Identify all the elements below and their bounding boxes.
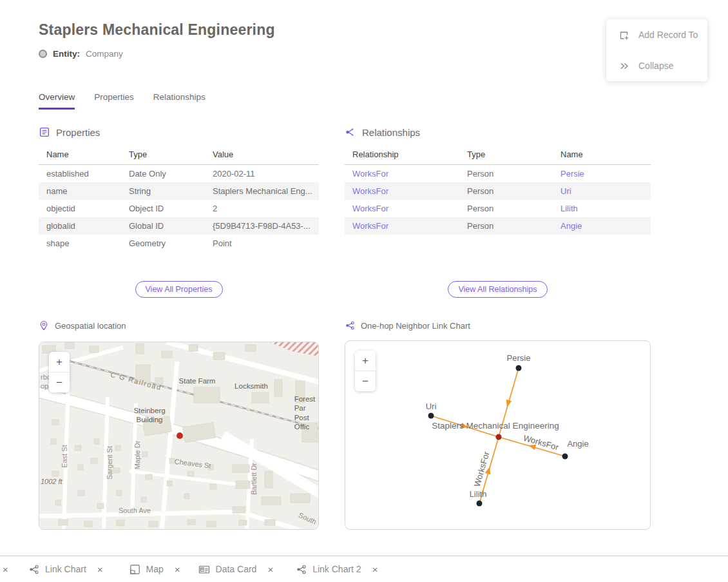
entity-type-dot-icon [39,50,47,58]
workspace-tab-link-chart-2[interactable]: Link Chart 2 × [296,564,378,575]
node-lilith[interactable] [477,501,483,507]
properties-section: Properties Name Type Value established D… [39,126,319,252]
node-label-lilith: Lilith [470,489,487,499]
context-menu: Add Record To Collapse [606,19,707,81]
cell-name: globalid [39,217,129,235]
data-card-icon [198,564,210,575]
tab-close-icon[interactable]: × [372,564,378,575]
properties-section-header: Properties [39,126,319,138]
relationships-table-header: Relationship Type Name [345,144,651,165]
link-chart-section-header: One-hop Neighbor Link Chart [345,320,470,331]
map-canvas[interactable]: rbour opaedics C G Railroad State Farm L… [39,342,319,530]
relationships-section-title: Relationships [362,127,420,138]
node-label-center-company: Staplers Mechanical Engineering [432,421,559,431]
table-row: globalid Global ID {5D9B4713-F98D-4A53-.… [39,217,319,235]
cell-name: established [39,165,129,183]
link-chart-zoom-in-button[interactable]: + [355,351,376,371]
node-uri[interactable] [428,413,434,419]
add-record-icon [618,30,629,41]
cell-name: objectid [39,200,129,217]
workspace-tab-bar: × Link Chart × Map × [0,556,728,582]
properties-form-icon [39,126,50,138]
entity-link[interactable]: Lilith [560,200,651,217]
cell-type: Geometry [129,235,213,252]
cell-value: 2 [213,200,319,217]
link-chart-zoom-control: + − [355,351,376,391]
table-row: WorksFor Person Angie [345,217,651,235]
menu-item-label: Add Record To [638,30,698,40]
tab-label: Link Chart 2 [312,564,361,574]
tab-overview[interactable]: Overview [39,92,75,110]
relationship-link[interactable]: WorksFor [345,200,467,217]
link-chart-canvas[interactable]: WorksFor WorksFor Persie Uri Staplers Me… [345,340,651,530]
map-zoom-control: + − [49,352,70,393]
link-chart-icon [28,564,39,575]
cell-type: String [129,182,213,200]
cell-value: Point [213,235,319,252]
table-row: WorksFor Person Uri [345,182,651,200]
relationships-section: Relationships Relationship Type Name Wor… [345,126,651,235]
map-zoom-in-button[interactable]: + [49,352,70,372]
view-all-relationships-button[interactable]: View All Relationships [448,281,547,298]
table-row: name String Staplers Mechanical Eng... [39,182,319,200]
relationships-icon [345,126,356,138]
map-pin-icon [39,320,49,331]
cell-name: shape [39,235,129,252]
geospatial-section-title: Geospatial location [55,321,126,331]
properties-table-header: Name Type Value [39,144,319,165]
relationship-link[interactable]: WorksFor [345,165,467,183]
workspace-tab-link-chart[interactable]: Link Chart × [28,564,103,575]
partial-tab-close-icon[interactable]: × [3,564,12,575]
relationship-link[interactable]: WorksFor [345,217,467,235]
menu-item-add-record-to[interactable]: Add Record To [606,19,707,50]
map-location-marker[interactable] [177,432,183,439]
entity-label: Entity: [53,49,80,59]
cell-type: Person [467,200,560,217]
map-zoom-out-button[interactable]: − [49,373,70,393]
view-all-properties-button[interactable]: View All Properties [135,281,223,298]
tab-properties[interactable]: Properties [94,92,134,110]
tab-label: Map [146,564,164,574]
tab-close-icon[interactable]: × [267,564,273,575]
col-header: Relationship [345,144,467,165]
cell-type: Date Only [129,165,213,183]
entity-value: Company [86,49,123,59]
tab-relationships[interactable]: Relationships [153,92,206,110]
node-center-company[interactable] [496,434,502,440]
relationships-table: Relationship Type Name WorksFor Person P… [345,144,651,235]
col-header: Value [213,144,319,165]
cell-type: Person [467,165,560,183]
basemap [39,342,319,530]
relationship-link[interactable]: WorksFor [345,182,467,200]
link-chart-section-title: One-hop Neighbor Link Chart [361,321,470,331]
cell-value: {5D9B4713-F98D-4A53-... [213,217,319,235]
entity-link[interactable]: Angie [560,217,651,235]
cell-type: Object ID [129,200,213,217]
col-header: Type [129,144,213,165]
card-tabs: Overview Properties Relationships [39,92,206,110]
entity-link[interactable]: Uri [560,182,651,200]
relationships-section-header: Relationships [345,126,651,138]
tab-label: Link Chart [45,564,86,574]
node-angie[interactable] [562,454,568,460]
table-row: shape Geometry Point [39,235,319,252]
workspace-tab-data-card[interactable]: Data Card × [198,564,274,575]
map-icon [129,564,140,575]
tab-close-icon[interactable]: × [97,564,103,575]
entity-link[interactable]: Persie [560,165,651,183]
page-title: Staplers Mechanical Engineering [39,21,275,39]
properties-section-title: Properties [56,127,100,138]
tab-close-icon[interactable]: × [175,564,180,575]
cell-value: 2020-02-11 [213,165,319,183]
menu-item-label: Collapse [638,61,673,71]
link-chart-icon [345,320,355,331]
node-persie[interactable] [516,365,522,371]
node-label-angie: Angie [567,439,588,449]
table-row: WorksFor Person Lilith [345,200,651,217]
data-card-page: Staplers Mechanical Engineering Entity: … [0,0,728,582]
workspace-tab-map[interactable]: Map × [129,564,180,575]
link-chart-zoom-out-button[interactable]: − [355,371,376,391]
cell-type: Person [467,217,560,235]
menu-item-collapse[interactable]: Collapse [606,50,707,81]
col-header: Name [39,144,129,165]
